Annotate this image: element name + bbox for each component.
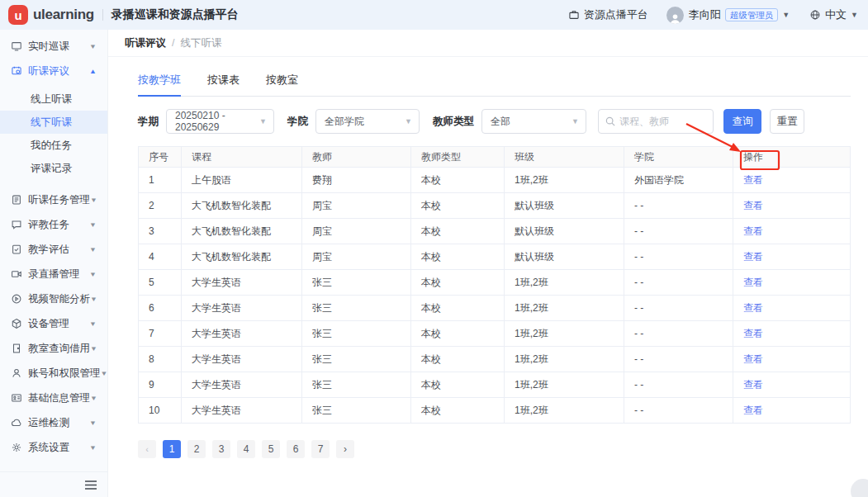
breadcrumb-current: 线下听课	[180, 36, 221, 50]
cell-action: 查看	[733, 372, 851, 398]
cell-index: 3	[139, 219, 182, 244]
tab-by-classroom[interactable]: 按教室	[266, 65, 298, 96]
sidebar-item-offline-listening[interactable]: 线下听课	[0, 111, 107, 134]
sidebar-item-label: 基础信息管理	[28, 391, 90, 405]
cell-teacher-type: 本校	[411, 347, 505, 372]
cell-course: 上午股语	[182, 168, 302, 193]
user-icon	[11, 367, 22, 379]
prev-page-button[interactable]: ‹	[138, 440, 156, 458]
sidebar-item-system-settings[interactable]: 系统设置 ▼	[0, 435, 107, 460]
sidebar-item-listening-task-mgmt[interactable]: 听课任务管理 ▼	[0, 187, 107, 212]
view-link[interactable]: 查看	[743, 174, 763, 186]
sidebar-item-realtime-patrol[interactable]: 实时巡课 ▼	[0, 34, 107, 59]
page-button-4[interactable]: 4	[237, 440, 255, 458]
teacher-type-value: 全部	[491, 115, 510, 129]
page-button-3[interactable]: 3	[212, 440, 230, 458]
sidebar-item-online-listening[interactable]: 线上听课	[0, 88, 107, 111]
view-link[interactable]: 查看	[743, 225, 763, 237]
view-link[interactable]: 查看	[743, 353, 763, 365]
view-link[interactable]: 查看	[743, 251, 763, 263]
cell-college: - -	[624, 296, 733, 321]
search-icon	[605, 116, 615, 126]
sidebar-item-ops-monitoring[interactable]: 运维检测 ▼	[0, 410, 107, 435]
user-avatar	[666, 7, 684, 24]
table-row: 10 大学生英语 张三 本校 1班,2班 - - 查看	[139, 398, 851, 424]
view-link[interactable]: 查看	[743, 200, 763, 211]
cell-classes: 1班,2班	[505, 296, 624, 321]
cell-course: 大飞机数智化装配	[182, 193, 302, 219]
sidebar-item-label: 系统设置	[28, 441, 69, 455]
cell-index: 2	[139, 193, 182, 219]
chevron-down-icon: ▼	[89, 271, 97, 278]
page-button-2[interactable]: 2	[187, 440, 206, 458]
sidebar-item-teaching-assessment[interactable]: 教学评估 ▼	[0, 237, 107, 262]
briefcase-icon	[568, 9, 580, 21]
teacher-type-select[interactable]: 全部 ▼	[481, 109, 586, 134]
page-button-1[interactable]: 1	[163, 440, 181, 458]
breadcrumb-section[interactable]: 听课评议	[125, 36, 166, 50]
user-menu[interactable]: 李向阳 超级管理员 ▼	[666, 7, 790, 24]
view-link[interactable]: 查看	[743, 405, 763, 416]
view-link[interactable]: 查看	[743, 379, 763, 390]
search-input[interactable]	[619, 116, 706, 127]
teacher-type-label: 教师类型	[433, 115, 474, 129]
table-row: 3 大飞机数智化装配 周宝 本校 默认班级 - - 查看	[139, 219, 851, 244]
table-row: 7 大学生英语 张三 本校 1班,2班 - - 查看	[139, 321, 851, 347]
cell-college: - -	[624, 398, 733, 424]
cell-action: 查看	[733, 296, 851, 321]
chevron-down-icon: ▼	[89, 246, 97, 253]
college-select[interactable]: 全部学院 ▼	[315, 109, 420, 134]
platform-link[interactable]: 资源点播平台	[568, 7, 648, 22]
user-name: 李向阳	[689, 7, 721, 22]
sidebar-item-review-records[interactable]: 评课记录	[0, 157, 107, 180]
cell-course: 大学生英语	[182, 347, 302, 372]
reset-button[interactable]: 重置	[770, 109, 804, 134]
semester-label: 学期	[138, 115, 159, 129]
sidebar-item-evaluation-tasks[interactable]: 评教任务 ▼	[0, 212, 107, 237]
sidebar-item-my-tasks[interactable]: 我的任务	[0, 134, 107, 157]
sidebar-item-basic-info[interactable]: 基础信息管理 ▼	[0, 386, 107, 410]
sidebar-footer	[0, 471, 107, 497]
tab-by-timetable[interactable]: 按课表	[207, 65, 240, 96]
table-header-row: 序号 课程 教师 教师类型 班级 学院 操作	[139, 147, 851, 168]
cell-classes: 1班,2班	[505, 372, 624, 398]
page-button-7[interactable]: 7	[311, 440, 330, 458]
sidebar-item-lesson-review[interactable]: 听课评议 ▲	[0, 59, 107, 83]
cell-action: 查看	[733, 347, 851, 372]
sidebar-submenu: 线上听课 线下听课 我的任务 评课记录	[0, 88, 107, 180]
gear-icon	[11, 442, 22, 453]
sidebar-item-account-permissions[interactable]: 账号和权限管理 ▼	[0, 361, 107, 386]
sidebar-item-classroom-borrow[interactable]: 教室查询借用 ▼	[0, 336, 107, 361]
next-page-button[interactable]: ›	[336, 440, 354, 458]
college-value: 全部学院	[325, 115, 364, 129]
table-row: 5 大学生英语 张三 本校 1班,2班 - - 查看	[139, 270, 851, 296]
collapse-menu-icon[interactable]	[85, 480, 97, 490]
college-label: 学院	[287, 115, 308, 129]
sidebar-item-label: 运维检测	[28, 416, 69, 430]
cell-action: 查看	[733, 168, 851, 193]
table-row: 2 大飞机数智化装配 周宝 本校 默认班级 - - 查看	[139, 193, 851, 219]
page-button-6[interactable]: 6	[287, 440, 305, 458]
cell-college: - -	[624, 372, 733, 398]
cell-classes: 1班,2班	[505, 398, 624, 424]
chat-bubble-icon	[11, 219, 22, 230]
cell-college: - -	[624, 270, 733, 296]
view-link[interactable]: 查看	[743, 277, 763, 288]
sidebar-item-video-analysis[interactable]: 视频智能分析 ▼	[0, 286, 107, 311]
view-link[interactable]: 查看	[743, 302, 763, 314]
cell-teacher: 张三	[302, 321, 411, 347]
cell-college: - -	[624, 347, 733, 372]
cell-college: - -	[624, 244, 733, 270]
tab-by-teaching-class[interactable]: 按教学班	[138, 65, 181, 96]
cell-teacher-type: 本校	[411, 219, 505, 244]
sidebar-item-device-mgmt[interactable]: 设备管理 ▼	[0, 311, 107, 336]
page-button-5[interactable]: 5	[262, 440, 280, 458]
cell-classes: 默认班级	[505, 193, 624, 219]
language-switcher[interactable]: 中文 ▼	[809, 7, 858, 22]
view-link[interactable]: 查看	[743, 328, 763, 339]
semester-select[interactable]: 20250210 - 20250629 ▼	[166, 109, 274, 134]
sidebar-item-label: 账号和权限管理	[28, 367, 101, 381]
query-button[interactable]: 查询	[723, 109, 761, 134]
col-course: 课程	[182, 147, 302, 168]
sidebar-item-recording-mgmt[interactable]: 录直播管理 ▼	[0, 262, 107, 286]
